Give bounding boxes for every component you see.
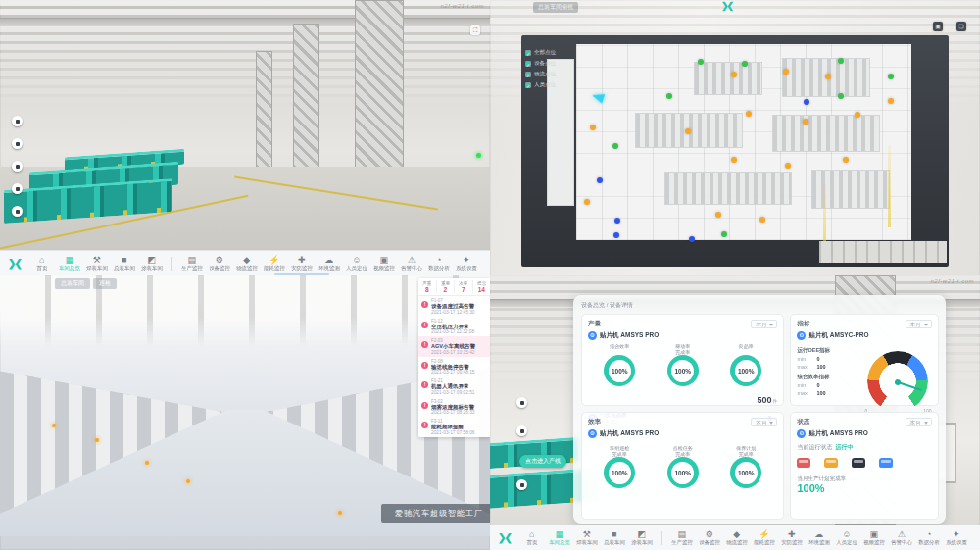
toolbar-item[interactable]: ▤ 生产监控: [178, 255, 206, 272]
toolbar-item[interactable]: ◩ 涂装车间: [138, 255, 166, 272]
poi-marker[interactable]: [12, 161, 23, 172]
toolbar-item[interactable]: ☁ 环境监测: [806, 529, 833, 546]
alarm-list-item[interactable]: ! F1-12 空压机压力异常 2021-03-17 11:32:08: [418, 317, 490, 337]
period-dropdown[interactable]: 本月: [751, 418, 777, 426]
layer-row[interactable]: ✓ 人员点位: [525, 79, 582, 90]
toolbar-item[interactable]: ◆ 物流监控: [233, 255, 261, 272]
view-tab[interactable]: 总装车间: [55, 278, 90, 289]
checkbox-checked-icon[interactable]: ✓: [525, 50, 531, 56]
toolbar-item[interactable]: ⚙ 设备监控: [206, 255, 233, 272]
status-dot[interactable]: [612, 143, 618, 149]
toolbar-item[interactable]: ⚒ 焊装车间: [83, 255, 111, 272]
status-dot[interactable]: [698, 59, 704, 65]
alarm-icon: !: [421, 402, 428, 409]
poi-marker[interactable]: [516, 479, 527, 490]
toolbar-item[interactable]: ✦ 系统设置: [453, 255, 480, 272]
toolbar-item[interactable]: ⚠ 告警中心: [888, 529, 915, 546]
toolbar-item[interactable]: ▦ 车间总览: [56, 255, 83, 272]
alarm-severity-stats: 严重 8 重要 2 次要 7 提示 14: [418, 278, 490, 296]
status-dot[interactable]: [785, 163, 791, 169]
view-tab[interactable]: 总装车间俯视: [533, 2, 578, 13]
alarm-list-item[interactable]: ! F3-02 烟雾浓度超标告警 2021-03-17 08:26:33: [418, 397, 490, 418]
toolbar-item[interactable]: ⚙ 设备监控: [696, 529, 723, 546]
poi-marker[interactable]: [12, 116, 23, 126]
toolbar-item[interactable]: ▣ 视频监控: [860, 529, 888, 546]
layer-row[interactable]: ✓ 设备点位: [525, 58, 582, 69]
alarm-list-item[interactable]: ! F1-07 设备温度过高告警 2021-03-17 12:45:30: [418, 296, 490, 317]
layer-row[interactable]: ✓ 物流点位: [525, 69, 582, 79]
snapshot-button[interactable]: ▣: [933, 22, 943, 31]
alarm-timestamp: 2021-03-17 09:48:15: [431, 370, 475, 375]
alarm-stat[interactable]: 次要 7: [455, 280, 473, 293]
alarm-list-item[interactable]: ! F3-11 能耗超限提醒 2021-03-17 07:58:06: [418, 417, 490, 437]
layer-row[interactable]: ✓ 全部点位: [525, 47, 582, 58]
toolbar-item[interactable]: ■ 总装车间: [601, 529, 628, 546]
status-dot[interactable]: [721, 231, 727, 237]
checkbox-checked-icon[interactable]: ✓: [525, 72, 531, 77]
status-dot[interactable]: [731, 157, 737, 163]
status-dot[interactable]: [715, 212, 721, 218]
status-dot[interactable]: [666, 93, 672, 99]
toolbar-item[interactable]: ☁ 环境监测: [316, 255, 343, 272]
alarm-stat[interactable]: 严重 8: [418, 280, 437, 293]
status-dot[interactable]: [731, 72, 737, 77]
toolbar-item[interactable]: ⚡ 能耗监控: [751, 529, 778, 546]
status-dot[interactable]: [584, 199, 590, 205]
status-dot[interactable]: [742, 61, 748, 67]
toolbar-item[interactable]: ▣ 视频监控: [370, 255, 398, 272]
status-dot[interactable]: [746, 111, 752, 117]
alarm-stat-count: 7: [455, 286, 472, 293]
period-dropdown[interactable]: 本月: [906, 320, 932, 328]
toolbar-item[interactable]: ◆ 物流监控: [723, 529, 751, 546]
status-dot[interactable]: [888, 98, 894, 104]
toolbar-item[interactable]: ◔ 数据分析: [425, 255, 453, 272]
fullscreen-button[interactable]: ⛶: [470, 25, 480, 35]
toolbar-item[interactable]: ☺ 人员定位: [833, 529, 860, 546]
status-dot[interactable]: [613, 232, 619, 238]
toolbar-item[interactable]: ✚ 安防监控: [288, 255, 316, 272]
toolbar-item[interactable]: ⚡ 能耗监控: [261, 255, 288, 272]
toolbar-item[interactable]: ⚠ 告警中心: [398, 255, 425, 272]
poi-marker[interactable]: [12, 206, 23, 217]
status-dot[interactable]: [689, 236, 695, 242]
alarm-stat[interactable]: 提示 14: [473, 280, 491, 293]
plant-map[interactable]: [576, 44, 911, 240]
view-tab[interactable]: 巡检: [93, 278, 117, 289]
status-dot[interactable]: [838, 93, 844, 99]
status-dot[interactable]: [760, 217, 765, 223]
status-dot[interactable]: [685, 128, 691, 134]
toolbar-item[interactable]: ◔ 数据分析: [915, 529, 943, 546]
status-dot[interactable]: [614, 218, 620, 224]
toolbar-item[interactable]: ⌂ 首页: [28, 255, 56, 272]
toolbar-scrollbar[interactable]: [274, 273, 329, 275]
poi-marker[interactable]: [12, 183, 23, 194]
period-dropdown[interactable]: 本月: [751, 320, 777, 328]
toolbar-item[interactable]: ▤ 生产监控: [668, 529, 696, 546]
toolbar-item[interactable]: ▦ 车间总览: [546, 529, 573, 546]
status-dot[interactable]: [855, 112, 860, 118]
checkbox-checked-icon[interactable]: ✓: [525, 61, 531, 67]
alarm-list-item[interactable]: ! F2-08 输送线急停告警 2021-03-17 09:48:15: [418, 357, 490, 377]
toolbar-item[interactable]: ⌂ 首页: [518, 529, 546, 546]
toolbar-item[interactable]: ■ 总装车间: [111, 255, 138, 272]
status-dot[interactable]: [590, 125, 596, 130]
toolbar-item[interactable]: ◩ 涂装车间: [628, 529, 656, 546]
status-dot[interactable]: [804, 99, 809, 105]
toolbar-item[interactable]: ✦ 系统设置: [943, 529, 970, 546]
status-dot[interactable]: [843, 157, 849, 163]
status-dot[interactable]: [888, 74, 894, 79]
layers-button[interactable]: ❏: [956, 22, 966, 31]
toolbar-item[interactable]: ☺ 人员定位: [343, 255, 370, 272]
status-dot[interactable]: [597, 177, 603, 183]
checkbox-checked-icon[interactable]: ✓: [525, 82, 531, 88]
poi-marker[interactable]: [516, 397, 527, 408]
period-dropdown[interactable]: 本月: [906, 418, 932, 426]
toolbar-item[interactable]: ✚ 安防监控: [778, 529, 806, 546]
alarm-list-item[interactable]: ! F1-21 机器人通讯异常 2021-03-17 09:02:51: [418, 376, 490, 397]
poi-marker[interactable]: [12, 138, 23, 149]
alarm-stat[interactable]: 重要 2: [437, 280, 456, 293]
toolbar-item[interactable]: ⚒ 焊装车间: [573, 529, 601, 546]
enter-line-button[interactable]: 点击进入产线: [519, 455, 566, 468]
poi-marker[interactable]: [516, 425, 527, 436]
alarm-list-item[interactable]: ! F2-03 AGV小车离线告警 2021-03-17 10:15:42: [418, 336, 490, 357]
